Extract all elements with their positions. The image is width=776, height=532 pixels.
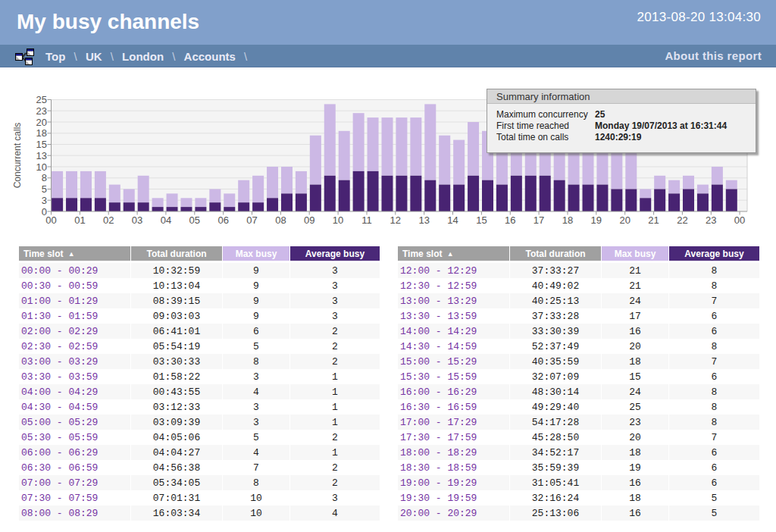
svg-text:06: 06: [217, 214, 228, 226]
svg-text:15: 15: [476, 214, 487, 226]
svg-text:23: 23: [36, 105, 47, 117]
svg-text:16: 16: [505, 214, 515, 226]
svg-text:03: 03: [132, 214, 142, 226]
svg-text:14: 14: [447, 214, 458, 226]
svg-text:3: 3: [42, 195, 47, 206]
svg-text:18: 18: [562, 214, 573, 226]
svg-text:Concurrent calls: Concurrent calls: [12, 123, 23, 189]
svg-text:11: 11: [361, 214, 372, 226]
svg-text:00: 00: [45, 214, 56, 226]
svg-text:20: 20: [36, 117, 47, 128]
svg-text:08: 08: [275, 214, 286, 226]
svg-text:10: 10: [36, 161, 47, 173]
svg-text:5: 5: [42, 183, 47, 195]
svg-text:13: 13: [36, 150, 47, 161]
svg-text:15: 15: [36, 139, 47, 150]
svg-text:10: 10: [333, 214, 343, 226]
svg-text:12: 12: [390, 214, 401, 226]
svg-text:25: 25: [36, 94, 47, 105]
svg-text:18: 18: [36, 127, 47, 139]
svg-text:00: 00: [734, 214, 745, 226]
svg-text:21: 21: [648, 214, 659, 226]
svg-text:05: 05: [189, 214, 200, 226]
svg-text:20: 20: [619, 214, 630, 226]
svg-text:19: 19: [591, 214, 602, 226]
svg-text:07: 07: [246, 214, 257, 226]
svg-text:17: 17: [534, 214, 544, 226]
svg-text:13: 13: [418, 214, 429, 226]
svg-text:8: 8: [42, 172, 47, 183]
svg-text:04: 04: [161, 214, 171, 226]
svg-text:23: 23: [706, 214, 716, 226]
svg-text:01: 01: [74, 214, 85, 226]
svg-text:22: 22: [677, 214, 687, 226]
svg-text:02: 02: [103, 214, 114, 226]
svg-text:09: 09: [304, 214, 314, 226]
